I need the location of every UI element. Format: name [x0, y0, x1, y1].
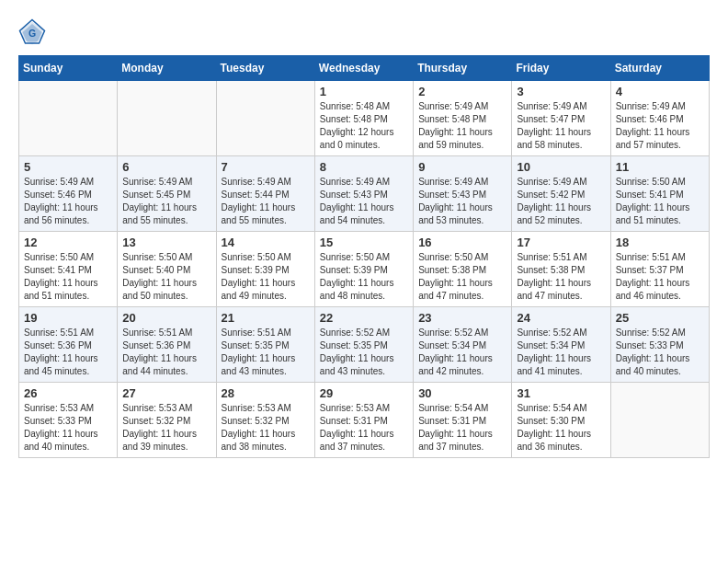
day-info: Sunrise: 5:49 AMSunset: 5:44 PMDaylight:…: [222, 176, 310, 227]
day-info: Sunrise: 5:49 AMSunset: 5:45 PMDaylight:…: [122, 176, 210, 227]
day-number: 16: [418, 236, 506, 249]
day-number: 4: [616, 85, 704, 98]
header-day-monday: Monday: [118, 56, 216, 81]
calendar-week-1: 1Sunrise: 5:48 AMSunset: 5:48 PMDaylight…: [19, 81, 710, 156]
calendar-cell: 10Sunrise: 5:49 AMSunset: 5:42 PMDayligh…: [512, 156, 610, 232]
calendar-cell: 28Sunrise: 5:53 AMSunset: 5:32 PMDayligh…: [216, 383, 314, 458]
header-day-wednesday: Wednesday: [314, 56, 413, 81]
calendar-cell: 24Sunrise: 5:52 AMSunset: 5:34 PMDayligh…: [512, 307, 610, 383]
day-number: 3: [517, 85, 605, 98]
header-day-friday: Friday: [512, 56, 610, 81]
calendar-cell: 30Sunrise: 5:54 AMSunset: 5:31 PMDayligh…: [414, 383, 512, 458]
calendar-cell: 16Sunrise: 5:50 AMSunset: 5:38 PMDayligh…: [414, 232, 512, 307]
day-number: 8: [320, 160, 408, 174]
day-number: 5: [24, 160, 112, 174]
calendar-cell: 7Sunrise: 5:49 AMSunset: 5:44 PMDaylight…: [216, 156, 314, 232]
calendar-cell: 31Sunrise: 5:54 AMSunset: 5:30 PMDayligh…: [512, 383, 610, 458]
day-info: Sunrise: 5:49 AMSunset: 5:47 PMDaylight:…: [517, 100, 605, 152]
day-number: 29: [320, 386, 408, 400]
day-number: 9: [418, 160, 506, 174]
day-number: 20: [122, 311, 210, 325]
day-info: Sunrise: 5:50 AMSunset: 5:41 PMDaylight:…: [616, 176, 704, 227]
calendar-cell: 21Sunrise: 5:51 AMSunset: 5:35 PMDayligh…: [216, 307, 314, 383]
calendar-table: SundayMondayTuesdayWednesdayThursdayFrid…: [18, 55, 710, 458]
day-number: 22: [320, 311, 408, 325]
day-info: Sunrise: 5:53 AMSunset: 5:31 PMDaylight:…: [320, 402, 408, 454]
calendar-cell: 8Sunrise: 5:49 AMSunset: 5:43 PMDaylight…: [314, 156, 413, 232]
calendar-cell: [118, 81, 216, 156]
calendar-cell: 17Sunrise: 5:51 AMSunset: 5:38 PMDayligh…: [512, 232, 610, 307]
calendar-cell: 18Sunrise: 5:51 AMSunset: 5:37 PMDayligh…: [610, 232, 709, 307]
day-info: Sunrise: 5:50 AMSunset: 5:38 PMDaylight:…: [418, 251, 506, 303]
day-number: 12: [24, 236, 112, 249]
calendar-cell: 19Sunrise: 5:51 AMSunset: 5:36 PMDayligh…: [19, 307, 118, 383]
day-number: 6: [122, 160, 210, 174]
day-number: 19: [24, 311, 112, 325]
day-number: 31: [517, 386, 605, 400]
calendar-week-5: 26Sunrise: 5:53 AMSunset: 5:33 PMDayligh…: [19, 383, 710, 458]
calendar-cell: 2Sunrise: 5:49 AMSunset: 5:48 PMDaylight…: [414, 81, 512, 156]
day-info: Sunrise: 5:52 AMSunset: 5:35 PMDaylight:…: [320, 327, 408, 378]
logo-icon: G: [18, 18, 46, 46]
day-info: Sunrise: 5:51 AMSunset: 5:36 PMDaylight:…: [122, 327, 210, 378]
day-info: Sunrise: 5:53 AMSunset: 5:32 PMDaylight:…: [222, 402, 310, 454]
calendar-body: 1Sunrise: 5:48 AMSunset: 5:48 PMDaylight…: [19, 81, 710, 458]
svg-text:G: G: [28, 28, 36, 39]
calendar-cell: 26Sunrise: 5:53 AMSunset: 5:33 PMDayligh…: [19, 383, 118, 458]
day-info: Sunrise: 5:54 AMSunset: 5:31 PMDaylight:…: [418, 402, 506, 454]
day-info: Sunrise: 5:49 AMSunset: 5:42 PMDaylight:…: [517, 176, 605, 227]
day-number: 28: [222, 386, 310, 400]
day-number: 18: [616, 236, 704, 249]
day-number: 30: [418, 386, 506, 400]
day-info: Sunrise: 5:49 AMSunset: 5:46 PMDaylight:…: [616, 100, 704, 152]
day-info: Sunrise: 5:49 AMSunset: 5:46 PMDaylight:…: [24, 176, 112, 227]
day-info: Sunrise: 5:51 AMSunset: 5:35 PMDaylight:…: [222, 327, 310, 378]
day-info: Sunrise: 5:53 AMSunset: 5:33 PMDaylight:…: [24, 402, 112, 454]
header-day-thursday: Thursday: [414, 56, 512, 81]
calendar-cell: 27Sunrise: 5:53 AMSunset: 5:32 PMDayligh…: [118, 383, 216, 458]
day-number: 7: [222, 160, 310, 174]
day-info: Sunrise: 5:50 AMSunset: 5:40 PMDaylight:…: [122, 251, 210, 303]
calendar-cell: 5Sunrise: 5:49 AMSunset: 5:46 PMDaylight…: [19, 156, 118, 232]
day-number: 1: [320, 85, 408, 98]
day-info: Sunrise: 5:52 AMSunset: 5:33 PMDaylight:…: [616, 327, 704, 378]
logo: G: [18, 18, 50, 46]
day-info: Sunrise: 5:48 AMSunset: 5:48 PMDaylight:…: [320, 100, 408, 152]
calendar-cell: 14Sunrise: 5:50 AMSunset: 5:39 PMDayligh…: [216, 232, 314, 307]
calendar-cell: 6Sunrise: 5:49 AMSunset: 5:45 PMDaylight…: [118, 156, 216, 232]
calendar-cell: [610, 383, 709, 458]
calendar-cell: 4Sunrise: 5:49 AMSunset: 5:46 PMDaylight…: [610, 81, 709, 156]
day-number: 25: [616, 311, 704, 325]
day-info: Sunrise: 5:50 AMSunset: 5:39 PMDaylight:…: [222, 251, 310, 303]
calendar-week-2: 5Sunrise: 5:49 AMSunset: 5:46 PMDaylight…: [19, 156, 710, 232]
day-info: Sunrise: 5:51 AMSunset: 5:38 PMDaylight:…: [517, 251, 605, 303]
day-number: 17: [517, 236, 605, 249]
day-number: 21: [222, 311, 310, 325]
day-number: 14: [222, 236, 310, 249]
calendar-cell: [19, 81, 118, 156]
calendar-cell: 3Sunrise: 5:49 AMSunset: 5:47 PMDaylight…: [512, 81, 610, 156]
day-info: Sunrise: 5:52 AMSunset: 5:34 PMDaylight:…: [517, 327, 605, 378]
header-day-tuesday: Tuesday: [216, 56, 314, 81]
day-info: Sunrise: 5:50 AMSunset: 5:41 PMDaylight:…: [24, 251, 112, 303]
header-day-sunday: Sunday: [19, 56, 118, 81]
calendar-week-3: 12Sunrise: 5:50 AMSunset: 5:41 PMDayligh…: [19, 232, 710, 307]
day-info: Sunrise: 5:54 AMSunset: 5:30 PMDaylight:…: [517, 402, 605, 454]
day-number: 27: [122, 386, 210, 400]
day-info: Sunrise: 5:50 AMSunset: 5:39 PMDaylight:…: [320, 251, 408, 303]
day-info: Sunrise: 5:51 AMSunset: 5:37 PMDaylight:…: [616, 251, 704, 303]
calendar-cell: 1Sunrise: 5:48 AMSunset: 5:48 PMDaylight…: [314, 81, 413, 156]
day-number: 15: [320, 236, 408, 249]
calendar-cell: 15Sunrise: 5:50 AMSunset: 5:39 PMDayligh…: [314, 232, 413, 307]
day-number: 13: [122, 236, 210, 249]
day-number: 11: [616, 160, 704, 174]
day-number: 24: [517, 311, 605, 325]
calendar-cell: [216, 81, 314, 156]
calendar-cell: 12Sunrise: 5:50 AMSunset: 5:41 PMDayligh…: [19, 232, 118, 307]
day-info: Sunrise: 5:52 AMSunset: 5:34 PMDaylight:…: [418, 327, 506, 378]
header-day-saturday: Saturday: [610, 56, 709, 81]
calendar-cell: 29Sunrise: 5:53 AMSunset: 5:31 PMDayligh…: [314, 383, 413, 458]
calendar-cell: 20Sunrise: 5:51 AMSunset: 5:36 PMDayligh…: [118, 307, 216, 383]
calendar-cell: 13Sunrise: 5:50 AMSunset: 5:40 PMDayligh…: [118, 232, 216, 307]
calendar-cell: 11Sunrise: 5:50 AMSunset: 5:41 PMDayligh…: [610, 156, 709, 232]
